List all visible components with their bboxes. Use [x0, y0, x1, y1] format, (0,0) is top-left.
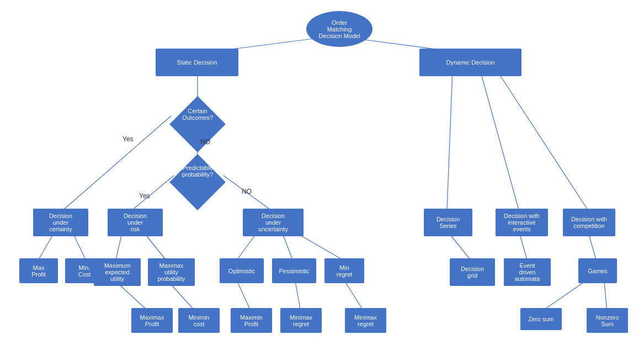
- svg-line-25: [541, 282, 585, 312]
- max-expected-node: Maximum expected utility: [94, 258, 141, 286]
- svg-line-26: [604, 282, 607, 312]
- svg-line-16: [237, 282, 251, 312]
- event-automata-label: Event driven automata: [515, 262, 540, 282]
- min-regret-label: Min regret: [337, 264, 353, 278]
- minimax-regret-label: Minimax regret: [290, 314, 312, 327]
- root-node: Order Matching Decision Model: [306, 11, 372, 47]
- yes2-label: Yes: [139, 192, 150, 200]
- decision-grid-label: Decision grid: [461, 266, 484, 279]
- under-uncertainty-label: Decision under uncertainty: [258, 213, 288, 232]
- dynamic-decision-node: Dynamic Decision: [419, 49, 521, 76]
- min-cost-label: Min. Cost: [78, 264, 91, 278]
- decision-competition-node: Decision with competition: [563, 209, 615, 236]
- pessimistic-label: Pessimistic: [279, 268, 309, 274]
- svg-line-3: [63, 116, 171, 210]
- maximax-profit-node: Maximax Profit: [131, 308, 173, 333]
- maximax-utility-node: Maximax utility probability: [148, 258, 195, 286]
- static-decision-node: Static Decision: [156, 49, 238, 76]
- svg-line-21: [497, 70, 588, 210]
- minimax-regret2-label: Minimax regret: [354, 314, 377, 327]
- no1-label: NO: [200, 138, 210, 146]
- decision-grid-node: Decision grid: [450, 258, 495, 286]
- certain-outcomes-node: Certain Outcomes?: [170, 97, 225, 152]
- certain-label: Certain Outcomes?: [182, 108, 213, 121]
- svg-line-15: [168, 282, 196, 312]
- predictable-node: Predictable probability?: [170, 155, 225, 210]
- zero-sum-label: Zero sum: [528, 316, 553, 322]
- svg-line-19: [447, 70, 453, 210]
- maximax-utility-label: Maximax utility probability: [157, 262, 185, 282]
- root-label: Order Matching Decision Model: [318, 19, 360, 39]
- decision-series-label: Decision Series: [437, 216, 460, 229]
- maximin-profit-label: Maximin Profit: [240, 314, 263, 327]
- no2-label: NO: [242, 188, 252, 195]
- decision-interactive-node: Decision with interactive events: [496, 209, 548, 236]
- minimax-regret-node: Minimax regret: [280, 308, 322, 333]
- min-regret-node: Min regret: [324, 258, 364, 283]
- max-profit-label: Max Profit: [31, 264, 46, 278]
- svg-line-20: [480, 70, 519, 210]
- games-node: Games: [578, 258, 617, 283]
- minim-cost-label: Minimin cost: [189, 314, 210, 327]
- optimistic-node: Optimistic: [220, 258, 264, 283]
- under-certainty-label: Decision under certainty: [49, 213, 72, 232]
- maximax-profit-label: Maximax Profit: [140, 314, 164, 327]
- optimistic-label: Optimistic: [228, 268, 255, 274]
- dynamic-label: Dynamic Decision: [446, 59, 494, 66]
- static-label: Static Decision: [177, 59, 217, 66]
- decision-interactive-label: Decision with interactive events: [504, 213, 540, 232]
- minim-cost-node: Minimin cost: [178, 308, 220, 333]
- yes1-label: Yes: [123, 135, 134, 143]
- svg-line-17: [295, 282, 301, 312]
- games-label: Games: [588, 268, 607, 274]
- nonzero-sum-node: Nonzero Sum: [587, 308, 628, 333]
- max-profit-node: Max Profit: [19, 258, 58, 283]
- under-uncertainty-node: Decision under uncertainty: [243, 209, 304, 236]
- pessimistic-node: Pessimistic: [272, 258, 316, 283]
- minimax-regret2-node: Minimax regret: [345, 308, 386, 333]
- max-expected-label: Maximum expected utility: [104, 262, 131, 282]
- decision-competition-label: Decision with competition: [571, 216, 607, 229]
- nonzero-sum-label: Nonzero Sum: [596, 314, 619, 327]
- svg-line-14: [116, 282, 149, 312]
- svg-line-18: [345, 282, 364, 312]
- decision-series-node: Decision Series: [424, 209, 472, 236]
- predictable-label: Predictable probability?: [182, 164, 213, 178]
- event-automata-node: Event driven automata: [504, 258, 551, 286]
- maximin-profit-node: Maximin Profit: [231, 308, 272, 333]
- under-certainty-node: Decision under certainty: [33, 209, 88, 236]
- under-risk-label: Decision under risk: [124, 213, 147, 232]
- zero-sum-node: Zero sum: [520, 308, 562, 330]
- under-risk-node: Decision under risk: [108, 209, 163, 236]
